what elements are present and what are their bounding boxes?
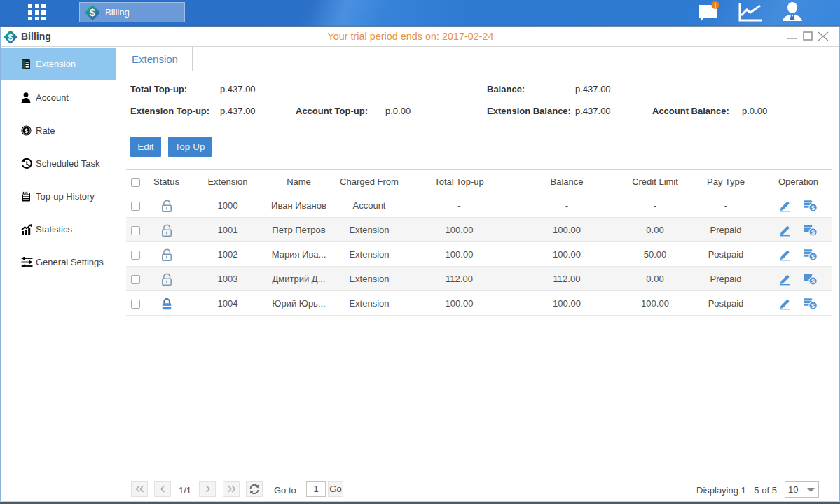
svg-text:$: $ (811, 278, 815, 285)
svg-text:$: $ (811, 229, 815, 236)
svg-text:$: $ (811, 302, 815, 309)
svg-text:$: $ (90, 7, 95, 18)
svg-text:$: $ (811, 204, 815, 211)
svg-text:$: $ (25, 127, 29, 134)
svg-text:$: $ (811, 253, 815, 260)
svg-text:!: ! (715, 2, 717, 9)
